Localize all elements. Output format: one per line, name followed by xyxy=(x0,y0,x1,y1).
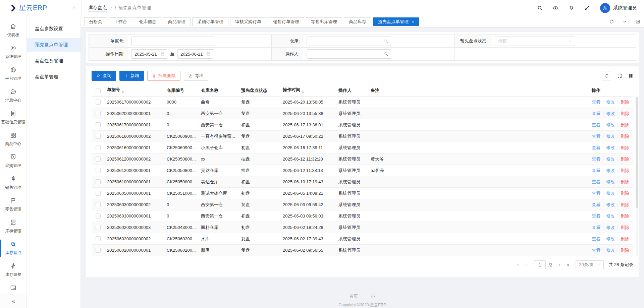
current-page-input[interactable]: 1 xyxy=(534,260,546,269)
search-icon[interactable] xyxy=(384,39,388,44)
view-link[interactable]: 查看 xyxy=(592,156,600,162)
edit-link[interactable]: 修改 xyxy=(606,213,615,219)
view-link[interactable]: 查看 xyxy=(592,99,600,105)
page-size-select[interactable]: 20条/页 xyxy=(576,260,604,269)
row-checkbox[interactable] xyxy=(96,145,101,150)
delete-link[interactable]: 删除 xyxy=(621,111,629,117)
delete-link[interactable]: 删除 xyxy=(621,190,629,196)
delete-link[interactable]: 删除 xyxy=(621,145,629,151)
row-checkbox[interactable] xyxy=(96,179,101,184)
restore-window-icon[interactable] xyxy=(631,16,644,27)
view-link[interactable]: 查看 xyxy=(592,179,600,185)
avatar[interactable]: 系 xyxy=(600,3,610,13)
sidebar-item[interactable]: 库存调整 xyxy=(0,260,26,280)
edit-link[interactable]: 修改 xyxy=(606,133,615,139)
batch-delete-button[interactable]: 批量删除 xyxy=(147,71,180,81)
sidebar-item[interactable]: 仪表板 xyxy=(0,21,26,40)
sidebar-item[interactable]: 采购管理 xyxy=(0,151,26,171)
tab[interactable]: 工作台 xyxy=(109,17,132,26)
edit-link[interactable]: 修改 xyxy=(606,190,615,196)
search-icon[interactable] xyxy=(384,52,388,56)
operator-input[interactable] xyxy=(307,49,391,59)
row-checkbox[interactable] xyxy=(96,111,101,116)
add-button[interactable]: 新增 xyxy=(119,71,144,81)
delete-link[interactable]: 删除 xyxy=(621,99,629,105)
row-checkbox[interactable] xyxy=(96,213,101,219)
last-page-button[interactable] xyxy=(564,260,572,269)
view-link[interactable]: 查看 xyxy=(592,213,600,219)
row-checkbox[interactable] xyxy=(96,168,101,173)
cloud-download-icon[interactable] xyxy=(553,5,558,11)
edit-link[interactable]: 修改 xyxy=(606,202,615,208)
fullscreen-icon[interactable] xyxy=(584,5,590,11)
row-checkbox[interactable] xyxy=(96,225,101,230)
prev-page-button[interactable] xyxy=(522,260,531,269)
view-link[interactable]: 查看 xyxy=(592,145,600,151)
delete-link[interactable]: 删除 xyxy=(621,179,629,185)
edit-link[interactable]: 修改 xyxy=(606,168,615,174)
calendar-icon[interactable] xyxy=(206,52,211,56)
submenu-item[interactable]: 盘点任务管理 xyxy=(27,54,80,68)
delete-link[interactable]: 删除 xyxy=(621,202,629,208)
edit-link[interactable]: 修改 xyxy=(606,179,615,185)
sidebar-item[interactable]: 零售管理 xyxy=(0,195,26,214)
sidebar-item[interactable]: 基础信息管理 xyxy=(0,108,26,127)
row-checkbox[interactable] xyxy=(96,202,101,207)
tab[interactable]: 销售订单管理 xyxy=(268,17,304,26)
fullscreen-icon[interactable] xyxy=(617,73,622,78)
pin-icon[interactable] xyxy=(71,5,76,10)
view-link[interactable]: 查看 xyxy=(592,111,600,117)
next-page-button[interactable] xyxy=(555,260,564,269)
bill-no-input[interactable] xyxy=(131,37,214,46)
status-select[interactable]: 全部 xyxy=(495,37,575,46)
edit-link[interactable]: 修改 xyxy=(606,225,615,231)
tab[interactable]: 商品库存 xyxy=(344,17,371,26)
view-link[interactable]: 查看 xyxy=(592,190,600,196)
github-icon[interactable] xyxy=(370,294,376,299)
tab[interactable]: 零售出库管理 xyxy=(306,17,342,26)
edit-link[interactable]: 修改 xyxy=(606,99,615,105)
edit-link[interactable]: 修改 xyxy=(606,156,615,162)
chevron-down-icon[interactable] xyxy=(618,16,631,27)
sidebar-collapse-button[interactable] xyxy=(0,295,26,308)
delete-link[interactable]: 删除 xyxy=(621,213,629,219)
export-button[interactable]: 导出 xyxy=(184,71,208,81)
column-header-bill-no[interactable]: 单据号 xyxy=(104,87,164,95)
tab[interactable]: 分析页 xyxy=(84,17,107,26)
tab[interactable]: 预先盘点单管理 × xyxy=(373,17,419,26)
refresh-icon[interactable] xyxy=(605,16,618,27)
tab-close-icon[interactable]: × xyxy=(412,19,414,24)
select-all-checkbox[interactable] xyxy=(96,88,101,93)
row-checkbox[interactable] xyxy=(96,134,101,139)
calendar-icon[interactable] xyxy=(160,52,165,56)
row-checkbox[interactable] xyxy=(96,157,101,162)
view-link[interactable]: 查看 xyxy=(592,236,600,242)
view-link[interactable]: 查看 xyxy=(592,122,600,128)
edit-link[interactable]: 修改 xyxy=(606,122,615,128)
sort-icon[interactable] xyxy=(302,89,304,95)
row-checkbox[interactable] xyxy=(96,191,101,196)
view-link[interactable]: 查看 xyxy=(592,225,600,231)
delete-link[interactable]: 删除 xyxy=(621,156,629,162)
warehouse-input[interactable] xyxy=(307,37,391,46)
row-checkbox[interactable] xyxy=(96,100,101,105)
sidebar-item[interactable]: 商品中心 xyxy=(0,130,26,149)
view-link[interactable]: 查看 xyxy=(592,202,600,208)
sidebar-item[interactable]: 结算管理 xyxy=(0,282,26,295)
view-link[interactable]: 查看 xyxy=(592,168,600,174)
sort-icon[interactable] xyxy=(122,89,124,95)
sidebar-item[interactable]: 库存管理 xyxy=(0,217,26,236)
column-header-time[interactable]: 操作时间 xyxy=(280,87,336,95)
sidebar-item[interactable]: 系统管理 xyxy=(0,43,26,62)
breadcrumb-menu[interactable]: 库存盘点 xyxy=(88,5,107,11)
refresh-icon[interactable] xyxy=(602,71,611,80)
sidebar-item[interactable]: 库存盘点 xyxy=(0,239,26,258)
user-name[interactable]: 系统管理员 xyxy=(613,5,637,11)
footer-home-link[interactable]: 首页 xyxy=(350,293,358,299)
edit-link[interactable]: 修改 xyxy=(606,247,615,253)
view-link[interactable]: 查看 xyxy=(592,247,600,253)
bell-icon[interactable] xyxy=(569,5,574,11)
tab[interactable]: 商品管理 xyxy=(163,17,191,26)
delete-link[interactable]: 删除 xyxy=(621,168,629,174)
search-button[interactable]: 查询 xyxy=(92,71,116,81)
